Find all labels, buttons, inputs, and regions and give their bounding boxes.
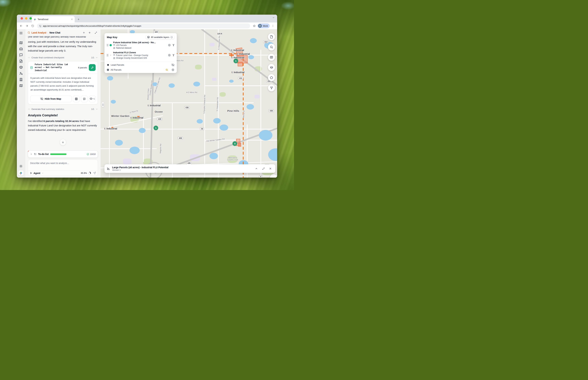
tool-row-checkpoint[interactable]: Create final combined checkpoint 1/1 (28, 55, 98, 60)
drag-handle-icon[interactable] (107, 44, 108, 46)
parcel-cluster-marker[interactable]: 4 (233, 141, 237, 146)
sidebar-cube-icon[interactable] (19, 65, 23, 69)
tab-close-icon[interactable] (71, 18, 73, 20)
chevron-right-icon[interactable] (110, 54, 112, 56)
composer-input[interactable] (28, 160, 98, 170)
refresh-button[interactable] (30, 23, 35, 28)
close-icon[interactable] (268, 166, 273, 171)
all-parcels-label: All Parcels (111, 69, 121, 71)
map-lake (248, 55, 254, 59)
sidebar-building-icon[interactable] (19, 78, 23, 81)
map-road (189, 175, 277, 176)
document-tool-button[interactable] (268, 33, 275, 40)
available-layers-pill[interactable]: 80 available layers (146, 35, 174, 39)
sidebar-document-icon[interactable] (19, 59, 23, 63)
address-bar[interactable]: app.terrascout.ai/map/checkpoint/gchl8xc… (37, 23, 250, 28)
expand-icon[interactable] (261, 166, 266, 171)
search-tool-button[interactable] (268, 43, 275, 51)
close-window-button[interactable] (20, 17, 23, 19)
browser-menu-button[interactable] (270, 23, 275, 28)
analysis-bottom-bar[interactable]: Large Parcels (≥6 acres) - Industrial FL… (104, 164, 275, 173)
parcel-cluster-marker[interactable]: 1 (234, 59, 238, 63)
chevron-down-icon[interactable] (41, 172, 44, 174)
eye-icon[interactable] (171, 68, 174, 71)
drag-handle-icon[interactable] (107, 54, 108, 56)
browser-toolbar: app.terrascout.ai/map/checkpoint/gchl8xc… (17, 22, 277, 29)
sidebar-map-icon[interactable] (19, 41, 23, 45)
basemap-tool-button[interactable] (268, 54, 275, 61)
map-key-row-industrial-flu[interactable]: Industrial FLU Zones Future Land Use - O… (107, 51, 174, 59)
sidebar-chat-icon[interactable] (19, 53, 23, 57)
analysis-heading: Analysis Complete! (28, 114, 98, 117)
send-icon[interactable] (93, 172, 96, 174)
map-canvas[interactable]: McCormick Rd Clarcona Ocoee Rd Ocoee Apo… (101, 29, 277, 178)
industrial-parcel[interactable] (238, 62, 243, 66)
chat-header: Land Analyst › New Chat (25, 29, 101, 36)
expand-panel-button[interactable] (94, 30, 98, 35)
layer-dataset: Future Land Use - Orange County (116, 54, 148, 57)
back-button[interactable] (19, 23, 24, 28)
info-icon[interactable] (171, 36, 173, 38)
new-tab-button[interactable] (76, 17, 81, 22)
forward-button[interactable] (24, 23, 29, 28)
map-lake (197, 119, 203, 123)
layers-plus-badge: +1 (93, 98, 95, 100)
map-lake (213, 118, 221, 123)
profile-label: Work (263, 25, 268, 27)
scroll-to-bottom-button[interactable] (60, 139, 66, 145)
filter-tool-button[interactable] (268, 84, 275, 91)
agent-mode-selector[interactable]: Agent (34, 172, 40, 174)
panel-resize-handle[interactable] (102, 102, 104, 107)
sidebar-user-search-icon[interactable] (19, 72, 23, 75)
hide-from-map-button[interactable]: Hide from Map (30, 95, 72, 102)
map-key-row-lead-parcels[interactable]: Lead Parcels (107, 63, 174, 66)
browser-window: TerraScout app.terrascout.ai/map/chec (17, 15, 277, 178)
label-toggle-icon[interactable]: T (172, 54, 174, 57)
tab-search-chevron-icon[interactable] (272, 16, 275, 19)
map-key-title: Map Key (107, 36, 117, 38)
theme-sun-icon[interactable] (19, 165, 23, 168)
eye-icon[interactable] (168, 54, 171, 57)
layer-source: Orange County Government GIS (116, 57, 147, 59)
chevron-down-icon[interactable] (96, 57, 98, 59)
industrial-label: I: Industrial (237, 53, 250, 55)
tool-row-summary[interactable]: Generate final summary statistics 1/1 (28, 106, 98, 112)
industrial-parcel[interactable] (238, 143, 241, 147)
parcel-cluster-marker[interactable]: 1 (154, 126, 158, 130)
layers-plus-button[interactable]: +1 (89, 95, 96, 102)
browser-profile-chip[interactable]: B Work (258, 23, 270, 28)
breadcrumb-page: New Chat (50, 31, 60, 34)
new-chat-button[interactable] (81, 30, 86, 35)
map-lake (209, 153, 218, 159)
label-toggle-icon[interactable]: T (172, 44, 174, 47)
chevron-down-icon[interactable] (96, 108, 98, 110)
bookmark-star-icon[interactable] (252, 23, 257, 28)
site-settings-icon[interactable] (39, 25, 41, 27)
zoom-window-button[interactable] (29, 17, 32, 19)
draw-polygon-button[interactable] (268, 74, 275, 81)
eye-off-icon[interactable] (171, 63, 174, 66)
chevron-right-icon[interactable] (30, 153, 33, 155)
eye-icon[interactable] (168, 44, 171, 47)
city-label: Winter Garden (111, 114, 129, 117)
map-key-row-all-parcels[interactable]: All Parcels (107, 68, 174, 71)
map-key-row-future-industrial[interactable]: Future Industrial Sites (≥6 acres) - No.… (107, 41, 174, 49)
zoom-in-icon[interactable] (165, 68, 168, 71)
comment-add-button[interactable] (81, 95, 88, 102)
database-icon (113, 54, 115, 56)
back-chat-button[interactable] (87, 30, 92, 35)
breadcrumb-app[interactable]: Land Analyst (32, 31, 46, 34)
paint-layer-button[interactable] (89, 64, 96, 71)
minimize-window-button[interactable] (25, 17, 27, 19)
clipped-text-line: (the other two large parcels) already ha… (28, 36, 98, 39)
terrascout-logo[interactable] (18, 171, 23, 175)
context-usage-ring (88, 172, 91, 174)
sidebar-inbox-icon[interactable] (19, 47, 23, 51)
table-view-button[interactable] (73, 95, 80, 102)
menu-icon[interactable] (19, 31, 23, 35)
collapse-chevron-icon[interactable] (254, 166, 259, 171)
sidebar-map2-icon[interactable] (19, 84, 23, 87)
learn-tool-button[interactable] (268, 64, 275, 71)
tab-terrascout[interactable]: TerraScout (32, 16, 75, 22)
todo-list-bar[interactable]: To-do list 10/10 (28, 151, 98, 158)
